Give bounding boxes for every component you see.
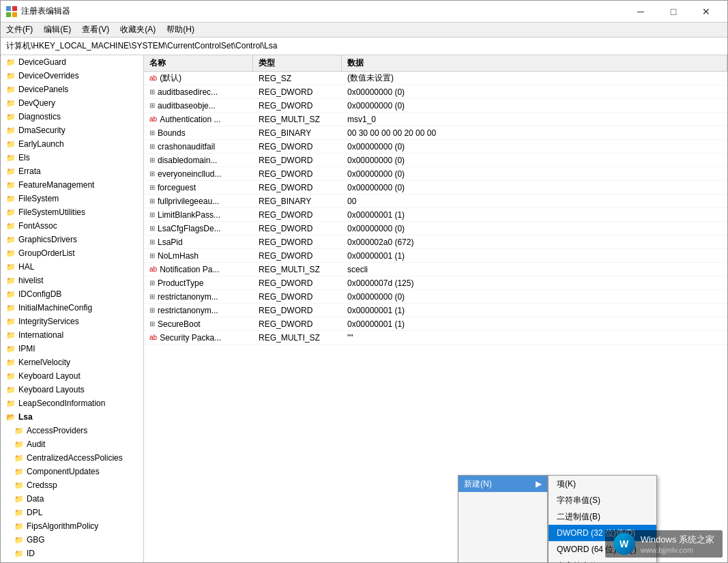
minimize-button[interactable]: ─ — [625, 1, 656, 23]
menu-file[interactable]: 文件(F) — [1, 23, 38, 38]
submenu-item-string[interactable]: 字符串值(S) — [549, 492, 656, 508]
table-row[interactable]: ab Notification Pa... REG_MULTI_SZ scecl… — [144, 263, 727, 276]
table-row[interactable]: ⊞ restrictanonym... REG_DWORD 0x00000000… — [144, 290, 727, 304]
maximize-button[interactable]: □ — [658, 1, 689, 23]
sidebar-item-lsa[interactable]: 📂 Lsa — [1, 410, 143, 424]
sidebar-item-deviceoverrides[interactable]: 📁 DeviceOverrides — [1, 69, 143, 83]
sidebar-item-label: ComponentUpdates — [27, 467, 100, 476]
table-row[interactable]: ab Security Packa... REG_MULTI_SZ "" — [144, 331, 727, 345]
close-button[interactable]: ✕ — [690, 1, 722, 23]
sidebar-item-devicepanels[interactable]: 📁 DevicePanels — [1, 83, 143, 96]
cell-data: 0x00000000 (0) — [342, 85, 727, 98]
sidebar-item-gbg[interactable]: 📁 GBG — [1, 533, 143, 547]
sidebar-item-audit[interactable]: 📁 Audit — [1, 437, 143, 451]
sidebar-item-deviceguard[interactable]: 📁 DeviceGuard — [1, 55, 143, 69]
title-bar-left: 注册表编辑器 — [6, 5, 70, 17]
cell-data: 00 30 00 00 00 20 00 00 — [342, 126, 727, 139]
table-row[interactable]: ⊞ everyoneincllud... REG_DWORD 0x0000000… — [144, 167, 727, 181]
sidebar-item-dpl[interactable]: 📁 DPL — [1, 506, 143, 519]
cell-type: REG_DWORD — [253, 181, 342, 194]
table-row[interactable]: ⊞ forceguest REG_DWORD 0x00000000 (0) — [144, 181, 727, 194]
cell-name: ⊞ LsaPid — [144, 235, 253, 248]
folder-icon: 📁 — [14, 427, 24, 435]
table-row[interactable]: ⊞ LsaPid REG_DWORD 0x000002a0 (672) — [144, 235, 727, 249]
cell-data: 0x00000000 (0) — [342, 154, 727, 167]
sidebar-item-filesystem[interactable]: 📁 FileSystem — [1, 192, 143, 205]
table-row[interactable]: ⊞ auditbaseobje... REG_DWORD 0x00000000 … — [144, 99, 727, 113]
menu-view[interactable]: 查看(V) — [76, 23, 115, 38]
table-row[interactable]: ⊞ restrictanonym... REG_DWORD 0x00000001… — [144, 304, 727, 317]
cell-data: (数值未设置) — [342, 72, 727, 85]
sidebar-item-label: EarlyLaunch — [18, 139, 64, 149]
table-row[interactable]: ⊞ Bounds REG_BINARY 00 30 00 00 00 20 00… — [144, 126, 727, 140]
sidebar-item-integrityservices[interactable]: 📁 IntegrityServices — [1, 315, 143, 328]
sidebar-item-label: DPL — [27, 508, 42, 517]
sidebar-item-keyboardlayout[interactable]: 📁 Keyboard Layout — [1, 369, 143, 383]
menu-help[interactable]: 帮助(H) — [161, 23, 200, 38]
menu-favorites[interactable]: 收藏夹(A) — [115, 23, 161, 38]
sidebar-item-featuremanagement[interactable]: 📁 FeatureManagement — [1, 178, 143, 192]
context-menu-main: 新建(N) ▶ — [458, 475, 548, 562]
table-row[interactable]: ⊞ LimitBlankPass... REG_DWORD 0x00000001… — [144, 208, 727, 222]
sidebar-item-errata[interactable]: 📁 Errata — [1, 164, 143, 178]
sidebar-item-initialmachineconfig[interactable]: 📁 InitialMachineConfig — [1, 301, 143, 315]
context-menu-new[interactable]: 新建(N) ▶ — [458, 476, 547, 492]
sidebar-item-international[interactable]: 📁 International — [1, 328, 143, 342]
table-row[interactable]: ab Authentication ... REG_MULTI_SZ msv1_… — [144, 113, 727, 126]
sidebar-item-graphicsdrivers[interactable]: 📁 GraphicsDrivers — [1, 233, 143, 246]
cell-data: 0x00000000 (0) — [342, 222, 727, 235]
submenu-item-binary[interactable]: 二进制值(B) — [549, 508, 656, 525]
address-text: 计算机\HKEY_LOCAL_MACHINE\SYSTEM\CurrentCon… — [6, 40, 277, 52]
sidebar-item-fontassoc[interactable]: 📁 FontAssoc — [1, 219, 143, 233]
menu-edit[interactable]: 编辑(E) — [38, 23, 76, 38]
sidebar-item-hivelist[interactable]: 📁 hivelist — [1, 274, 143, 287]
sidebar-item-centralizedaccesspolicies[interactable]: 📁 CentralizedAccessPolicies — [1, 451, 143, 465]
sidebar-item-keyboardlayouts[interactable]: 📁 Keyboard Layouts — [1, 383, 143, 396]
cell-data: "" — [342, 331, 727, 344]
sidebar-item-hal[interactable]: 📁 HAL — [1, 260, 143, 274]
sidebar-item-els[interactable]: 📁 Els — [1, 151, 143, 164]
table-row[interactable]: ⊞ SecureBoot REG_DWORD 0x00000001 (1) — [144, 317, 727, 331]
sidebar-item-credssp[interactable]: 📁 Credssp — [1, 478, 143, 492]
ab-icon: ab — [149, 74, 157, 82]
main-content: 📁 DeviceGuard 📁 DeviceOverrides 📁 Device… — [1, 55, 727, 562]
table-row[interactable]: ⊞ auditbasedirec... REG_DWORD 0x00000000… — [144, 85, 727, 99]
dword-icon: ⊞ — [149, 184, 155, 191]
sidebar-item-id[interactable]: 📁 ID — [1, 547, 143, 560]
folder-icon: 📁 — [14, 495, 24, 504]
sidebar-item-kernelvelocity[interactable]: 📁 KernelVelocity — [1, 356, 143, 369]
sidebar-item-leapsecondinformation[interactable]: 📁 LeapSecondInformation — [1, 396, 143, 410]
cell-data: 0x00000001 (1) — [342, 208, 727, 221]
sidebar-item-dmasecurity[interactable]: 📁 DmaSecurity — [1, 124, 143, 137]
table-row[interactable]: ab (默认) REG_SZ (数值未设置) — [144, 72, 727, 85]
sidebar-item-data[interactable]: 📁 Data — [1, 492, 143, 506]
dword-icon: ⊞ — [149, 225, 155, 232]
folder-icon: 📁 — [14, 536, 24, 545]
table-row[interactable]: ⊞ LsaCfgFlagsDe... REG_DWORD 0x00000000 … — [144, 222, 727, 235]
sidebar-item-fipsalgorithmpolicy[interactable]: 📁 FipsAlgorithmPolicy — [1, 519, 143, 533]
sidebar-item-grouporderlist[interactable]: 📁 GroupOrderList — [1, 246, 143, 260]
sidebar-item-idconfigdb[interactable]: 📁 IDConfigDB — [1, 287, 143, 301]
sidebar-item-ipmi[interactable]: 📁 IPMI — [1, 342, 143, 356]
submenu-item-key[interactable]: 项(K) — [549, 476, 656, 492]
cell-type: REG_BINARY — [253, 126, 342, 139]
sidebar-item-earlylaunch[interactable]: 📁 EarlyLaunch — [1, 137, 143, 151]
sidebar-item-diagnostics[interactable]: 📁 Diagnostics — [1, 110, 143, 124]
watermark: W Windows 系统之家 www.bjjmlv.com — [605, 530, 723, 558]
sidebar-item-filesystemutilities[interactable]: 📁 FileSystemUtilities — [1, 205, 143, 219]
submenu-item-multistring[interactable]: 多字符串值(M) — [549, 558, 656, 562]
folder-icon: 📁 — [14, 508, 24, 517]
sidebar-item-label: FontAssoc — [18, 221, 57, 231]
cell-type: REG_MULTI_SZ — [253, 113, 342, 126]
table-row[interactable]: ⊞ NoLmHash REG_DWORD 0x00000001 (1) — [144, 249, 727, 263]
table-row[interactable]: ⊞ disabledomain... REG_DWORD 0x00000000 … — [144, 154, 727, 167]
table-row[interactable]: ⊞ ProductType REG_DWORD 0x0000007d (125) — [144, 276, 727, 290]
cell-type: REG_MULTI_SZ — [253, 263, 342, 276]
folder-icon: 📁 — [6, 249, 16, 258]
table-row[interactable]: ⊞ crashonauditfail REG_DWORD 0x00000000 … — [144, 140, 727, 154]
cell-name: ⊞ LsaCfgFlagsDe... — [144, 222, 253, 235]
sidebar-item-accessproviders[interactable]: 📁 AccessProviders — [1, 424, 143, 437]
sidebar-item-componentupdates[interactable]: 📁 ComponentUpdates — [1, 465, 143, 478]
sidebar-item-devquery[interactable]: 📁 DevQuery — [1, 96, 143, 110]
table-row[interactable]: ⊞ fullprivilegeeau... REG_BINARY 00 — [144, 194, 727, 208]
